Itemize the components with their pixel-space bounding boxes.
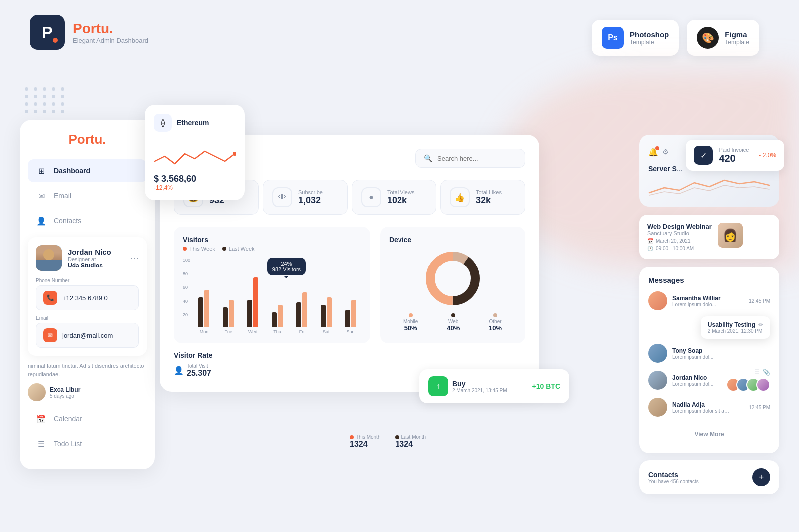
bell-icon[interactable]: 🔔 [648,147,658,157]
this-month-value: 1324 [350,440,380,449]
msg-preview-samantha: Lorem ipsum dolo... [672,302,732,307]
ps-icon: Ps [602,27,624,49]
this-month-label: This Month [356,434,380,440]
photoshop-badge[interactable]: Ps Photoshop Template [592,20,679,56]
paid-invoice-label: Paid Invoice [719,147,749,153]
msg-avatar-nadila [648,398,667,417]
bar-sun-this [351,300,356,327]
msg-preview-tony: Lorem ipsum dol... [672,354,732,360]
search-bar[interactable]: 🔍 [415,149,525,168]
group-avatar-4 [756,378,770,392]
profile-avatar [36,245,62,271]
paid-invoice-card: ✓ Paid Invoice 420 - 2.0% [686,140,784,171]
message-item-2[interactable]: Jordan Nico Lorem ipsum dol... ☰ 📎 [648,369,770,392]
device-chart: Device Mobile 50% [380,227,525,343]
sidebar-nav-label-dashboard: Dashboard [54,167,90,175]
buy-amount: +10 BTC [532,382,560,390]
phone-icon: 📞 [43,291,57,305]
paid-icon: ✓ [694,146,713,165]
top-header: P Portu. Elegant Admin Dashboard [30,15,148,50]
chart-tooltip: 24% 982 Visitors [267,258,306,275]
message-item-0[interactable]: Samantha Williar Lorem ipsum dolo... 12:… [648,291,770,310]
sidebar-item-dashboard[interactable]: ⊞ Dashboard [28,159,147,182]
webinar-date: 📅 March 20, 2021 [647,238,712,244]
sidebar-nav-label-calendar: Calendar [54,415,82,423]
logo-letter: P [42,23,52,42]
email-value: jordan@mail.com [62,332,113,339]
contacts-add-button[interactable]: + [752,468,770,486]
legend-last-week: Last Week [222,246,255,252]
msg-time-samantha: 12:45 PM [749,298,770,304]
bar-group-tue [218,300,239,327]
buy-icon: ↑ [428,376,448,396]
charts-row: Visitors This Week Last Week 100 80 60 [174,227,525,343]
sidebar-bottom: 📅 Calendar ☰ Todo List [28,407,147,455]
tooltip-percent: 24% [272,261,301,266]
logo-box: P [30,15,65,50]
sidebar-item-email[interactable]: ✉ Email [28,184,147,207]
views-value: 102k [387,195,414,206]
bell-dot [655,146,659,150]
search-input[interactable] [437,155,517,162]
msg-name-tony: Tony Soap [672,347,770,354]
msg-preview-nadila: Lorem ipsum dolor sit amet... [672,408,732,414]
likes-label: Total Likes [476,189,502,195]
contacts-icon: 👤 [36,215,47,226]
dots-decoration [25,87,66,113]
message-item-3[interactable]: Nadila Adja Lorem ipsum dolor sit amet..… [648,398,770,417]
visitors-chart-title: Visitors [183,236,361,244]
buy-card: ↑ Buy 2 March 2021, 13:45 PM +10 BTC [419,369,569,403]
messages-card: Messages Samantha Williar Lorem ipsum do… [639,267,779,453]
message-item-1[interactable]: Tony Soap Lorem ipsum dol... [648,344,770,363]
label-mon: Mon [193,329,215,334]
bars-area: 24% 982 Visitors [193,258,361,334]
profile-name-block: Jordan Nico Designer at Uda Studios [68,248,111,269]
legend-this-week: This Week [183,246,215,252]
bar-group-sun [340,300,361,327]
figma-badge[interactable]: 🎨 Figma Template [687,20,759,56]
calendar-icon: 📅 [36,413,47,424]
edit-icon[interactable]: ✏ [758,321,763,328]
donut-container [389,249,516,308]
view-more-button[interactable]: View More [694,431,724,438]
view-more-section: View More [648,423,770,444]
figma-icon: 🎨 [697,27,719,49]
eth-header: ⟠ Ethereum [154,114,236,132]
chart-legend: This Week Last Week [183,246,361,252]
paid-invoice-change: - 2.0% [759,152,776,159]
bar-tue-this [229,300,234,327]
eth-sparkline [154,139,236,169]
contacts-title: Contacts [648,471,699,479]
right-panel: 🔔 ⚙ Nella Vita Server S... Web Design We… [639,135,779,494]
attachment-icon: 📎 [763,369,770,376]
bar-group-wed [242,277,264,327]
bar-fri-last [296,302,301,327]
bar-group-sat [315,297,337,327]
label-thu: Thu [267,329,288,334]
logo-dot [53,38,58,43]
bar-wed-last [247,300,252,327]
bar-wed-this [253,277,258,327]
sidebar-item-calendar[interactable]: 📅 Calendar [28,407,147,430]
tooltip-visitors: 982 Visitors [272,266,301,272]
messages-title: Messages [648,276,770,284]
sidebar-item-todo[interactable]: ☰ Todo List [28,432,147,455]
label-sat: Sat [315,329,337,334]
total-visit-value: 25.307 [187,369,211,378]
device-chart-title: Device [389,236,516,244]
profile-more-button[interactable]: ⋯ [130,253,139,264]
sidebar-item-contacts[interactable]: 👤 Contacts [28,209,147,232]
usability-popup-container: Usability Testing ✏ 2 March 2021, 12:30 … [648,316,770,341]
msg-name-jordan: Jordan Nico [672,374,725,381]
mini-user-time: 5 days ago [50,393,80,399]
msg-name-samantha: Samantha Williar [672,295,744,302]
brand-text: Portu. Elegant Admin Dashboard [73,21,148,44]
likes-value: 32k [476,195,502,206]
usability-title: Usability Testing [708,321,755,328]
buy-time: 2 March 2021, 13:45 PM [452,388,507,393]
settings-icon[interactable]: ⚙ [662,148,669,156]
likes-icon: 👍 [450,187,470,207]
total-visit-stat: 👤 Total Visit 25.307 [174,363,211,378]
visitor-rate-title: Visitor Rate [174,351,525,359]
stat-subscribe: 👁 Subscribe 1,032 [263,180,348,215]
